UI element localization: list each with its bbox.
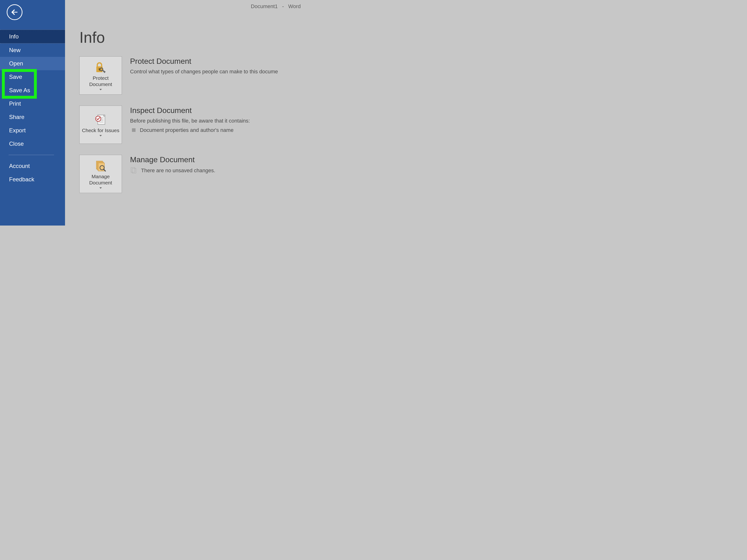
nav-item-close[interactable]: Close (0, 137, 65, 151)
nav-item-open[interactable]: Open (0, 57, 65, 70)
section-manage: Manage Document Manage Document There ar… (79, 155, 301, 193)
inspect-heading: Inspect Document (130, 106, 301, 115)
inspect-bullet: Document properties and author's name (140, 127, 234, 133)
nav-item-account[interactable]: Account (0, 159, 65, 173)
app-root: Info New Open Save Save As Print Share E… (0, 0, 301, 225)
section-inspect: Check for Issues Inspect Document Before… (79, 106, 301, 144)
titlebar-separator: - (282, 3, 284, 9)
versions-icon (130, 166, 137, 175)
manage-desc: There are no unsaved changes. (141, 167, 215, 175)
document-name: Document1 (251, 3, 278, 9)
backstage-sidebar: Info New Open Save Save As Print Share E… (0, 0, 65, 225)
inspect-tile-label: Check for Issues (82, 127, 119, 134)
protect-document-button[interactable]: Protect Document (79, 56, 122, 95)
svg-rect-19 (132, 168, 136, 173)
check-for-issues-button[interactable]: Check for Issues (79, 106, 122, 144)
nav-item-export[interactable]: Export (0, 124, 65, 137)
back-arrow-icon (10, 8, 19, 17)
inspect-desc: Before publishing this file, be aware th… (130, 117, 301, 125)
svg-rect-18 (131, 167, 135, 172)
bullet-icon (132, 128, 135, 132)
protect-tile-label: Protect Document (81, 75, 121, 88)
inspect-bullet-row: Document properties and author's name (130, 127, 301, 133)
manage-document-button[interactable]: Manage Document (79, 155, 122, 193)
nav-item-info[interactable]: Info (0, 30, 65, 44)
nav-item-print[interactable]: Print (0, 97, 65, 110)
section-protect: Protect Document Protect Document Contro… (79, 56, 301, 95)
backstage-nav: Info New Open Save Save As Print Share E… (0, 30, 65, 186)
nav-item-feedback[interactable]: Feedback (0, 173, 65, 186)
dropdown-caret-icon (99, 187, 102, 189)
nav-item-save[interactable]: Save (0, 70, 65, 84)
nav-item-share[interactable]: Share (0, 110, 65, 124)
protect-heading: Protect Document (130, 57, 301, 66)
dropdown-caret-icon (99, 89, 102, 90)
document-check-icon (94, 113, 107, 126)
backstage-main: Document1 - Word Info (65, 0, 301, 225)
back-button[interactable] (7, 4, 23, 20)
document-stack-magnify-icon (94, 160, 107, 172)
manage-heading: Manage Document (130, 155, 301, 164)
nav-item-save-as[interactable]: Save As (0, 84, 65, 97)
dropdown-caret-icon (99, 135, 102, 136)
lock-icon (94, 61, 107, 74)
page-title: Info (79, 29, 301, 46)
protect-desc: Control what types of changes people can… (130, 68, 301, 76)
app-name: Word (288, 3, 301, 9)
nav-item-new[interactable]: New (0, 44, 65, 57)
window-titlebar: Document1 - Word (251, 3, 301, 9)
manage-tile-label: Manage Document (81, 174, 121, 186)
